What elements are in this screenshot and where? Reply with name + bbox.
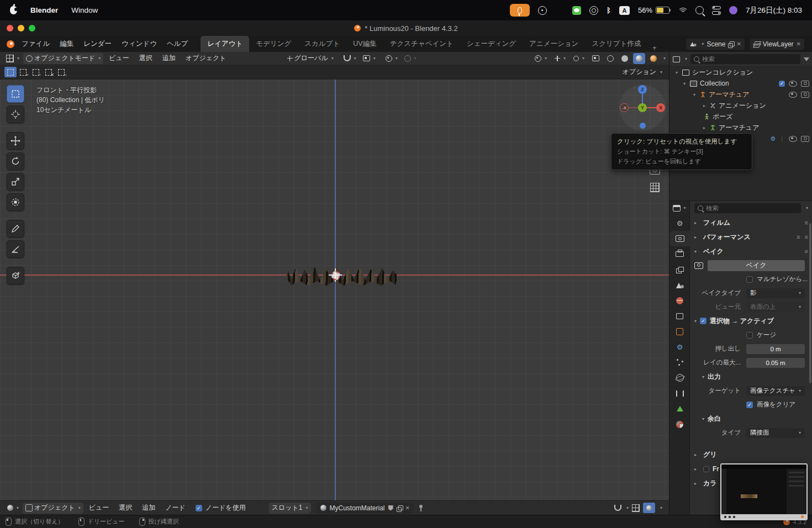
gizmos-toggle[interactable]: ▾ [552, 53, 568, 64]
outliner-item-armature-object[interactable]: ▾ アーマチュア [669, 89, 812, 100]
outliner-item-scene-collection[interactable]: ▾ シーンコレクション [669, 67, 812, 78]
expander-icon[interactable]: ▾ [674, 70, 679, 75]
user-avatar-icon[interactable] [729, 6, 737, 14]
select-box-tool[interactable] [7, 85, 24, 103]
outliner-item-animation[interactable]: ▸ アニメーション [669, 100, 812, 111]
target-dropdown[interactable]: 画像テクスチャ ▾ [746, 386, 805, 396]
cursor-tool[interactable] [7, 105, 24, 123]
shading-options-chevron-icon[interactable]: ▾ [663, 56, 666, 61]
output-subsection-header[interactable]: ▾ 出力 [690, 369, 812, 384]
use-nodes-checkbox[interactable]: ✓ [196, 505, 202, 511]
unlink-scene-icon[interactable]: ✕ [736, 41, 741, 47]
ortho-grid-button[interactable] [650, 183, 660, 192]
menu-file[interactable]: ファイル [17, 36, 55, 52]
tab-tool-properties[interactable]: ⚙ [669, 215, 690, 231]
shading-wireframe-button[interactable] [604, 53, 616, 64]
shader-menu-add[interactable]: 追加 [138, 503, 160, 513]
shader-id-type-dropdown[interactable]: オブジェクト ▾ [23, 503, 83, 514]
eye-icon[interactable] [789, 92, 797, 98]
select-mode-intersect-button[interactable]: ∩ [55, 67, 67, 77]
margin-subsection-header[interactable]: ▾ 余白 [690, 411, 812, 426]
dots-menu-icon[interactable]: ⋮ [779, 136, 785, 142]
tab-uv-editing[interactable]: UV編集 [346, 36, 383, 52]
tab-animation[interactable]: アニメーション [523, 36, 585, 52]
viewport-menu-object[interactable]: オブジェクト [181, 54, 231, 63]
expander-icon[interactable]: ▸ [702, 103, 707, 108]
tab-modeling[interactable]: モデリング [249, 36, 298, 52]
properties-editor-type-button[interactable]: ▾ [669, 201, 689, 215]
new-material-icon[interactable] [397, 505, 402, 511]
tab-sculpting[interactable]: スカルプト [298, 36, 346, 52]
tab-modifier-properties[interactable]: ⚙ [669, 339, 690, 355]
pin-icon[interactable] [418, 505, 424, 511]
freestyle-checkbox[interactable] [703, 466, 709, 472]
use-nodes-toggle[interactable]: ✓ ノードを使用 [196, 503, 246, 513]
gizmo-negz-axis[interactable] [640, 123, 646, 129]
tab-output-properties[interactable] [669, 246, 690, 262]
snap-toggle-button[interactable]: ▾ [341, 53, 359, 64]
view-layer-selector[interactable]: ViewLayer ✕ [750, 39, 804, 50]
node-snap-magnet-icon[interactable] [614, 505, 621, 511]
shading-material-button[interactable] [633, 53, 645, 64]
menu-window[interactable]: ウィンドウ [117, 36, 162, 52]
new-scene-icon[interactable] [728, 41, 734, 47]
add-workspace-button[interactable]: + [647, 44, 661, 52]
selectability-dropdown[interactable]: ▾ [532, 53, 550, 64]
tab-view-layer-properties[interactable] [669, 262, 690, 277]
record-status-icon[interactable] [538, 6, 547, 15]
drag-handle-icon[interactable]: ≡ [805, 248, 808, 255]
microphone-indicator-icon[interactable] [510, 4, 530, 17]
tab-world-properties[interactable] [669, 293, 690, 308]
overlays-toggle[interactable]: ▾ [571, 53, 587, 64]
menubar-clock[interactable]: 7月26日(土) 8:03 [746, 6, 802, 15]
expander-icon[interactable]: ▸ [702, 125, 707, 130]
section-film[interactable]: ▸ フィルム ≡ [690, 215, 812, 230]
transform-orientation-dropdown[interactable]: グローバル ▾ [284, 53, 336, 64]
drag-handle-icon[interactable]: ≡ [805, 219, 808, 226]
eye-icon[interactable] [789, 136, 797, 142]
modifier-wrench-icon[interactable]: ⚙ [770, 135, 776, 142]
tab-scripting[interactable]: スクリプト作成 [585, 36, 647, 52]
filter-icon[interactable] [804, 57, 809, 61]
material-slot-dropdown[interactable]: スロット1 ▾ [269, 503, 311, 514]
tab-collection-properties[interactable] [669, 308, 690, 324]
clear-image-checkbox[interactable]: ✓ [746, 402, 753, 408]
menubar-window-menu[interactable]: Window [71, 6, 98, 14]
mesh-object[interactable] [286, 266, 398, 287]
select-mode-subtract-button[interactable]: − [30, 67, 42, 77]
shading-rendered-button[interactable] [647, 53, 660, 64]
extrusion-field[interactable]: 0 m [746, 344, 805, 354]
spotlight-icon[interactable] [695, 6, 704, 14]
gizmo-negx-axis[interactable]: -X [620, 103, 629, 112]
viewport-canvas[interactable]: フロント・平行投影 (80) Collection | 低ポリ 10センチメート… [0, 80, 669, 500]
section-performance[interactable]: ▸ パフォーマンス ≡≡ [690, 230, 812, 244]
select-mode-set-button[interactable] [4, 67, 17, 77]
chevron-down-icon[interactable]: ▾ [660, 506, 662, 510]
falloff-dropdown[interactable]: ▾ [402, 53, 419, 64]
scene-selector[interactable]: ▾ Scene ✕ [686, 39, 744, 50]
properties-search-field[interactable]: 検索 [694, 203, 801, 213]
camera-render-icon[interactable] [801, 81, 809, 87]
bake-type-dropdown[interactable]: 影 ▾ [746, 288, 805, 298]
material-selector[interactable]: MyCustomMaterial ✕ [317, 503, 414, 514]
margin-type-dropdown[interactable]: 隣接面 ▾ [746, 428, 805, 438]
section-bake[interactable]: ▾ ベイク ≡ [690, 244, 812, 258]
gizmo-x-axis[interactable]: X [656, 103, 665, 112]
outliner-search-field[interactable]: 検索 [690, 54, 800, 64]
tab-scene-properties[interactable] [669, 277, 690, 293]
move-tool[interactable] [7, 132, 24, 150]
outliner-item-armature-data[interactable]: ▸ アーマチュア [669, 122, 812, 133]
cage-checkbox[interactable] [746, 332, 753, 339]
eye-icon[interactable] [789, 81, 797, 87]
viewport-menu-select[interactable]: 選択 [135, 54, 157, 63]
selected-to-active-checkbox[interactable]: ✓ [700, 318, 706, 324]
selected-to-active-header[interactable]: ▾ ✓ 選択物 → アクティブ [690, 314, 812, 328]
proportional-edit-button[interactable]: ▾ [383, 53, 400, 64]
add-cube-tool[interactable] [7, 267, 24, 284]
select-mode-extend-button[interactable]: + [17, 67, 29, 77]
from-multires-checkbox[interactable] [746, 276, 753, 283]
expander-icon[interactable]: ▾ [692, 92, 697, 97]
bake-button[interactable]: ベイク [708, 260, 805, 271]
line-app-icon[interactable] [572, 6, 581, 15]
wifi-icon[interactable] [678, 7, 687, 14]
